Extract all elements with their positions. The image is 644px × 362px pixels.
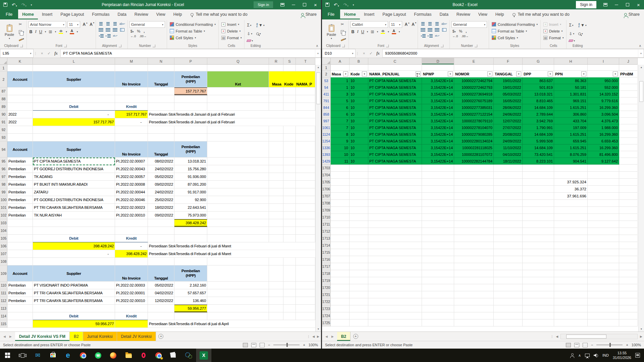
cell-R89[interactable]	[269, 103, 283, 111]
cell-N112[interactable]: 12/02/2022	[148, 297, 174, 305]
shrink-font-button[interactable]: A	[88, 22, 94, 27]
cell-A53[interactable]: 1	[331, 77, 350, 84]
fill-color-button[interactable]	[59, 30, 63, 34]
cell-J1724[interactable]	[619, 312, 638, 319]
cell-F844[interactable]: 28/06/2022	[494, 104, 523, 111]
formula-input[interactable]: PT CIPTA NIAGA SEMESTA	[61, 49, 315, 58]
fill-button[interactable]: ⇩▾	[569, 32, 575, 36]
cell-A1715[interactable]	[331, 249, 350, 256]
row-header-1707[interactable]: 1707	[322, 193, 331, 200]
cell-C1704[interactable]	[368, 172, 422, 179]
cell-I1707[interactable]	[588, 193, 619, 200]
cell-H1714[interactable]	[554, 242, 588, 249]
font-size-combo[interactable]: 11▾	[67, 21, 80, 28]
scroll-down-arrow[interactable]: ▼	[639, 326, 644, 331]
cell-B1336[interactable]: 10	[350, 144, 368, 151]
row-header-1703[interactable]: 1703	[322, 165, 331, 172]
cell-R102[interactable]	[269, 212, 283, 219]
cell-I1706[interactable]	[588, 186, 619, 193]
format-cells-button[interactable]: ▤Format▾	[220, 35, 243, 41]
cell-S112[interactable]	[283, 297, 296, 305]
cell-P108[interactable]	[174, 258, 207, 265]
wrap-text-button[interactable]: ab↩	[119, 22, 125, 25]
cell-T109[interactable]	[296, 265, 315, 282]
cell-J1713[interactable]	[619, 235, 638, 242]
cell-I858[interactable]: 3.096.504	[588, 111, 619, 118]
normal-view-button[interactable]	[566, 343, 571, 347]
cell-I1725[interactable]	[588, 319, 619, 326]
ribbon-display-options-button[interactable]	[600, 0, 611, 9]
cell-J1429[interactable]	[619, 158, 638, 165]
normal-view-button[interactable]	[243, 343, 248, 347]
scroll-up-arrow[interactable]: ▲	[316, 65, 321, 70]
cell-D1712[interactable]	[422, 228, 454, 235]
cell-H1712[interactable]	[554, 228, 588, 235]
row-header-791[interactable]: 791	[322, 98, 331, 104]
cell-I1705[interactable]	[588, 179, 619, 186]
row-header-111[interactable]: 111	[0, 289, 7, 297]
cell-J1393[interactable]	[619, 151, 638, 158]
cell-I1714[interactable]	[588, 242, 619, 249]
cell-J997[interactable]	[619, 118, 638, 124]
cell-C1336[interactable]: PT CIPTA NIAGA SEMESTA	[368, 144, 422, 151]
cell-J53[interactable]	[619, 77, 638, 84]
cell-K89[interactable]	[7, 103, 33, 111]
cell-T103[interactable]	[296, 219, 315, 227]
cell-K103[interactable]	[7, 219, 33, 227]
cell-S94[interactable]	[283, 141, 296, 158]
cell-J1[interactable]	[619, 65, 638, 71]
cell-D1124[interactable]: 3,15422E+14	[422, 131, 454, 138]
sign-in-button[interactable]: Sign in	[254, 1, 273, 8]
cell-I1712[interactable]	[588, 228, 619, 235]
cell-F1706[interactable]	[494, 186, 523, 193]
cell-N2[interactable]: Tanggal	[148, 71, 174, 87]
cell-R1[interactable]	[269, 65, 283, 71]
cell-H1429[interactable]: 904.541	[554, 158, 588, 165]
cell-A1710[interactable]	[331, 214, 350, 221]
cell-F1720[interactable]	[494, 284, 523, 291]
column-header-C[interactable]: C	[368, 58, 422, 65]
column-header-D[interactable]: D	[422, 58, 454, 65]
cell-J1725[interactable]	[619, 319, 638, 326]
column-header-I[interactable]: I	[588, 58, 619, 65]
row-header-106[interactable]: 106	[0, 242, 7, 250]
cell-K104[interactable]	[7, 227, 33, 235]
cell-F1719[interactable]	[494, 277, 523, 284]
cell-F1[interactable]	[494, 65, 523, 71]
cell-A1254[interactable]: 9	[331, 138, 350, 144]
select-all-corner[interactable]	[322, 58, 331, 65]
cell-K92[interactable]	[7, 126, 33, 134]
cell-Q114[interactable]	[207, 312, 269, 320]
cell-E411[interactable]: 100002273694918	[454, 91, 494, 98]
cell-G1721[interactable]	[523, 291, 554, 298]
fill-button[interactable]: ⇩▾	[247, 32, 253, 36]
cell-N113[interactable]	[148, 305, 174, 312]
cell-E997[interactable]: 100002278079110	[454, 118, 494, 124]
cell-R97[interactable]	[269, 173, 283, 181]
cell-R93[interactable]	[269, 134, 283, 141]
cell-N93[interactable]	[148, 134, 174, 141]
cell-D1721[interactable]	[422, 291, 454, 298]
taskbar-chrome-button[interactable]	[75, 349, 91, 362]
cell-E1707[interactable]	[454, 193, 494, 200]
cell-G1706[interactable]	[523, 186, 554, 193]
cell-J1704[interactable]	[619, 172, 638, 179]
cell-D997[interactable]: 3,15422E+14	[422, 118, 454, 124]
cell-P100[interactable]: 92.900	[174, 196, 207, 204]
cell-G54[interactable]: 501.819	[523, 84, 554, 91]
cell-P111[interactable]: 57.657.657	[174, 289, 207, 297]
cell-R111[interactable]	[269, 289, 283, 297]
cut-button[interactable]: ✂	[340, 22, 347, 27]
cell-H858[interactable]: 306.860	[554, 111, 588, 118]
cell-D1722[interactable]	[422, 298, 454, 305]
scroll-thumb[interactable]	[316, 72, 320, 104]
cell-F1254[interactable]: 24/09/2022	[494, 138, 523, 144]
cell-T105[interactable]	[296, 235, 315, 242]
cell-C1429[interactable]: PT CIPTA NIAGA SEMESTA	[368, 158, 422, 165]
cell-Q102[interactable]	[207, 212, 269, 219]
cell-C1708[interactable]	[368, 200, 422, 207]
cell-B1712[interactable]	[350, 228, 368, 235]
number-format-combo[interactable]: General▾	[129, 21, 165, 28]
cell-I54[interactable]: 552.000	[588, 84, 619, 91]
column-header-S[interactable]: S	[283, 58, 296, 65]
